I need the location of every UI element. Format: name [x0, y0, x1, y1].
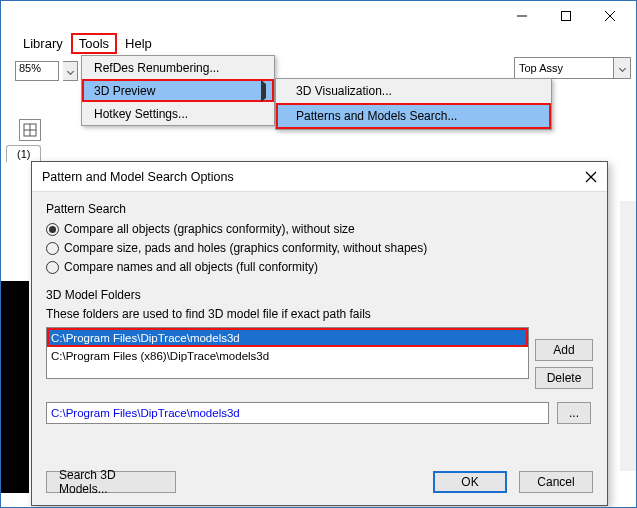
menu-hotkey-settings[interactable]: Hotkey Settings... [82, 102, 274, 125]
submenu-patterns-models-search[interactable]: Patterns and Models Search... [276, 103, 551, 129]
pattern-tab[interactable]: (1) [6, 145, 41, 162]
dialog-body: Pattern Search Compare all objects (grap… [32, 192, 607, 389]
svg-rect-1 [562, 12, 571, 21]
browse-button[interactable]: ... [557, 402, 591, 424]
list-item[interactable]: C:\Program Files (x86)\DipTrace\models3d [47, 347, 528, 364]
folders-listbox[interactable]: C:\Program Files\DipTrace\models3d C:\Pr… [46, 327, 529, 379]
menu-3d-preview[interactable]: 3D Preview [82, 79, 274, 102]
maximize-button[interactable] [544, 2, 588, 30]
submenu-arrow-icon [261, 84, 266, 98]
dialog-title: Pattern and Model Search Options [42, 170, 234, 184]
menu-tools[interactable]: Tools [71, 33, 117, 54]
right-scrollbar[interactable] [620, 201, 636, 471]
menu-3d-preview-label: 3D Preview [94, 84, 155, 98]
radio-label: Compare names and all objects (full conf… [64, 260, 318, 274]
ok-button[interactable]: OK [433, 471, 507, 493]
menu-refdes-renumbering[interactable]: RefDes Renumbering... [82, 56, 274, 79]
close-button[interactable] [588, 2, 632, 30]
zoom-dropdown-icon[interactable] [63, 61, 78, 81]
cancel-button[interactable]: Cancel [519, 471, 593, 493]
tools-dropdown: RefDes Renumbering... 3D Preview Hotkey … [81, 55, 275, 126]
radio-compare-names[interactable]: Compare names and all objects (full conf… [46, 260, 593, 274]
minimize-button[interactable] [500, 2, 544, 30]
grid-tool-icon[interactable] [19, 119, 41, 141]
3d-preview-submenu: 3D Visualization... Patterns and Models … [275, 78, 552, 130]
radio-icon [46, 242, 59, 255]
zoom-input[interactable]: 85% [15, 61, 59, 81]
list-item[interactable]: C:\Program Files\DipTrace\models3d [47, 328, 528, 347]
folders-desc: These folders are used to find 3D model … [46, 307, 593, 321]
menu-library[interactable]: Library [15, 33, 71, 54]
search-3d-models-button[interactable]: Search 3D Models... [46, 471, 176, 493]
dialog-close-button[interactable] [581, 167, 601, 187]
radio-compare-all[interactable]: Compare all objects (graphics conformity… [46, 222, 593, 236]
pattern-search-label: Pattern Search [46, 202, 593, 216]
menu-help[interactable]: Help [117, 33, 160, 54]
layer-select[interactable]: Top Assy [514, 57, 614, 79]
add-button[interactable]: Add [535, 339, 593, 361]
radio-label: Compare all objects (graphics conformity… [64, 222, 355, 236]
delete-button[interactable]: Delete [535, 367, 593, 389]
menubar: Library Tools Help [1, 31, 636, 55]
window-titlebar [1, 1, 636, 31]
radio-icon [46, 223, 59, 236]
pattern-model-search-dialog: Pattern and Model Search Options Pattern… [31, 161, 608, 506]
radio-label: Compare size, pads and holes (graphics c… [64, 241, 427, 255]
folders-label: 3D Model Folders [46, 288, 593, 302]
radio-compare-size[interactable]: Compare size, pads and holes (graphics c… [46, 241, 593, 255]
dialog-titlebar: Pattern and Model Search Options [32, 162, 607, 192]
submenu-3d-visualization[interactable]: 3D Visualization... [276, 79, 551, 103]
layer-dropdown-icon[interactable] [614, 57, 631, 79]
path-input[interactable]: C:\Program Files\DipTrace\models3d [46, 402, 549, 424]
workspace-strip [1, 281, 29, 493]
radio-icon [46, 261, 59, 274]
